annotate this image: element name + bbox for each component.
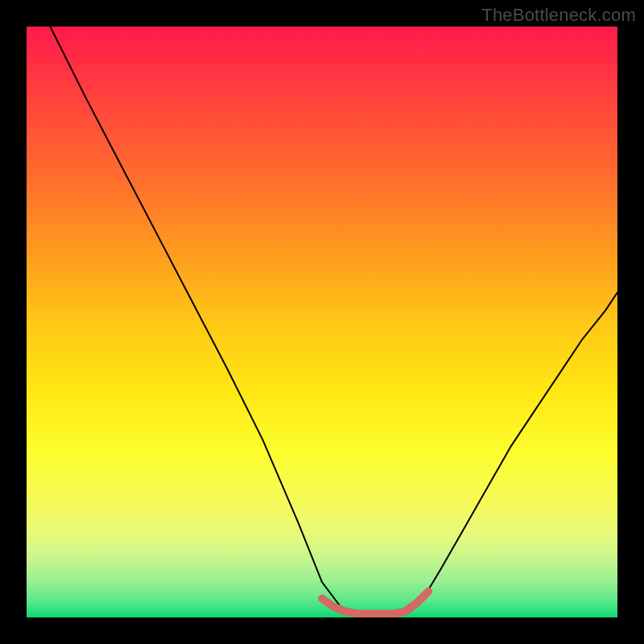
watermark-text: TheBottleneck.com [481, 5, 636, 26]
main-curve [50, 27, 617, 614]
chart-frame: TheBottleneck.com [0, 0, 644, 644]
curve-layer [27, 27, 617, 617]
plot-area [27, 27, 617, 617]
